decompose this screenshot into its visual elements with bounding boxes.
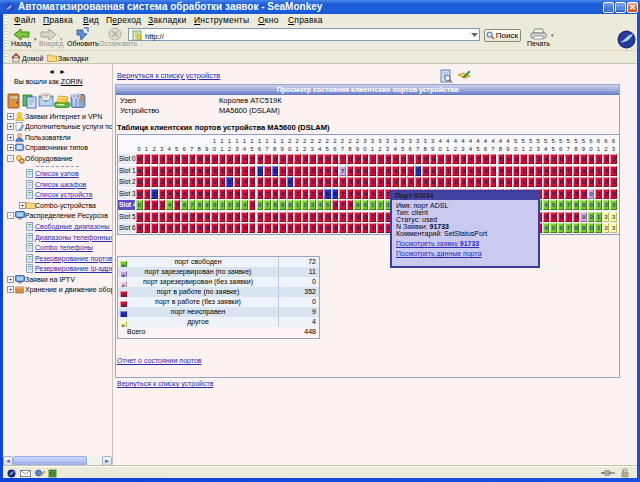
svg-text:EXIT: EXIT	[11, 96, 17, 100]
